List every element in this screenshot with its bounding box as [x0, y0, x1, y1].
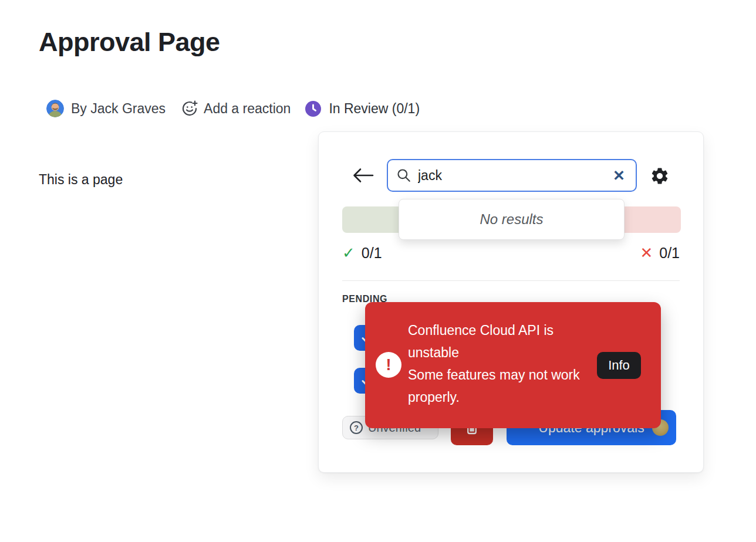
search-input[interactable] — [418, 168, 604, 184]
author-avatar[interactable] — [46, 100, 64, 117]
author-label[interactable]: By Jack Graves — [71, 101, 166, 117]
approval-counts: ✓ 0/1 ✕ 0/1 — [342, 242, 680, 263]
avatar-image — [46, 100, 64, 117]
approved-count-value: 0/1 — [362, 245, 382, 262]
rejected-count-value: 0/1 — [659, 245, 680, 262]
page-title: Approval Page — [39, 27, 220, 57]
toast-title: Confluence Cloud API is unstable — [408, 319, 587, 364]
search-results-dropdown: No results — [399, 199, 625, 240]
toast-text: Confluence Cloud API is unstable Some fe… — [408, 319, 587, 408]
rejected-count: ✕ 0/1 — [640, 244, 680, 262]
gear-icon — [650, 166, 671, 186]
settings-button[interactable] — [650, 165, 671, 187]
search-icon — [396, 168, 411, 183]
add-reaction-label: Add a reaction — [204, 101, 291, 117]
status-label: In Review (0/1) — [329, 101, 420, 117]
check-icon: ✓ — [342, 244, 355, 262]
back-arrow-icon — [352, 166, 375, 185]
confluence-page: Approval Page By Jack Graves — [0, 0, 756, 542]
no-results-label: No results — [480, 211, 543, 228]
approved-count: ✓ 0/1 — [342, 244, 382, 262]
info-button[interactable]: Info — [597, 352, 641, 379]
error-toast: ! Confluence Cloud API is unstable Some … — [365, 302, 661, 428]
toast-message: Some features may not work properly. — [408, 364, 587, 408]
status-badge[interactable]: In Review (0/1) — [305, 101, 420, 117]
divider — [342, 280, 680, 281]
search-box[interactable]: ✕ — [387, 159, 637, 192]
reaction-icon — [181, 100, 198, 117]
error-icon: ! — [376, 352, 401, 378]
byline: By Jack Graves Add a reaction In — [46, 99, 420, 118]
question-icon: ? — [350, 421, 363, 434]
back-button[interactable] — [352, 165, 375, 186]
cross-icon: ✕ — [640, 244, 653, 262]
clear-search-button[interactable]: ✕ — [610, 168, 627, 183]
page-body-text: This is a page — [39, 172, 123, 188]
clock-icon — [305, 101, 321, 117]
add-reaction-button[interactable]: Add a reaction — [181, 100, 291, 117]
